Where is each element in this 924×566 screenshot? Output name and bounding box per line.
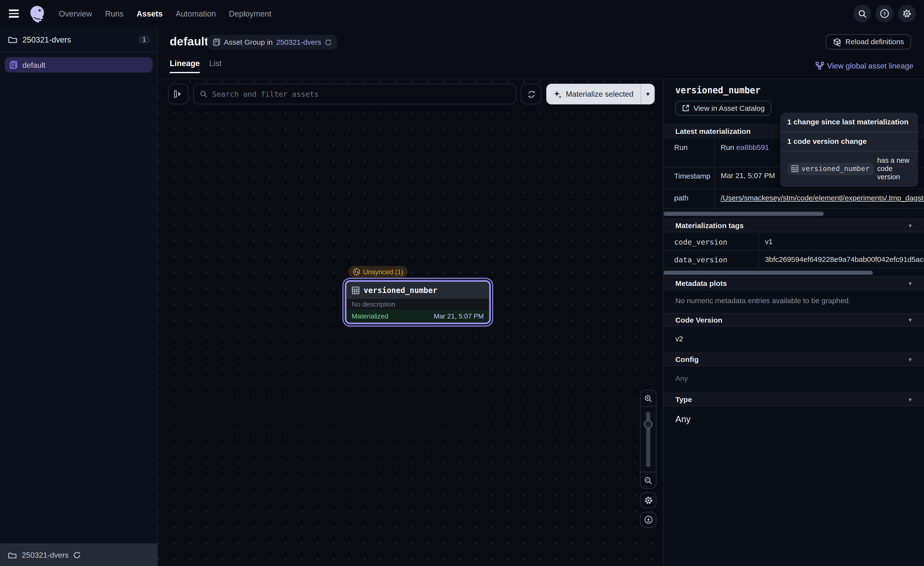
chevron-down-icon: ▼ <box>908 356 913 362</box>
section-config[interactable]: Config ▼ <box>663 353 924 366</box>
asset-node-description: No description <box>346 299 489 310</box>
section-materialization-tags[interactable]: Materialization tags ▼ <box>663 219 924 232</box>
sidebar-folder-count: 1 <box>138 35 150 44</box>
run-id-link[interactable]: ea8bb591 <box>736 143 769 152</box>
materialize-selected-main[interactable]: Materialize selected <box>546 84 640 104</box>
asset-group-icon <box>213 38 220 46</box>
row-timestamp-label: Timestamp <box>663 167 715 188</box>
nav-automation[interactable]: Automation <box>176 9 216 18</box>
sidebar-footer-label: 250321-dvers <box>22 551 69 560</box>
top-nav: Overview Runs Assets Automation Deployme… <box>0 0 924 27</box>
section-config-heading: Config <box>675 355 699 363</box>
timestamp-text: Mar 21, 5:07 PM <box>721 172 775 180</box>
nav-runs[interactable]: Runs <box>105 9 124 18</box>
settings-button[interactable] <box>898 5 916 23</box>
refresh-graph-button[interactable] <box>521 84 542 104</box>
zoom-slider[interactable] <box>640 406 656 472</box>
zoom-out-button[interactable] <box>640 472 656 488</box>
sidebar-folder-250321-dvers[interactable]: 250321-dvers 1 <box>0 27 158 53</box>
tab-lineage[interactable]: Lineage <box>170 59 200 73</box>
asset-group-badge-link[interactable]: 250321-dvers <box>276 38 321 47</box>
tag-key: data_version <box>663 251 759 268</box>
toggle-sidebar-panel-button[interactable] <box>168 84 189 104</box>
tab-list[interactable]: List <box>209 59 222 73</box>
nav-assets[interactable]: Assets <box>136 9 163 18</box>
horizontal-scrollbar[interactable] <box>663 212 824 216</box>
search-icon <box>858 9 867 18</box>
tooltip-detail: versioned_number has a new code version <box>780 152 918 187</box>
lineage-graph-canvas[interactable]: Materialize selected ▼ Unsynced (1) vers… <box>158 78 663 566</box>
sparkle-icon <box>554 90 562 98</box>
help-button[interactable]: ? <box>876 5 893 23</box>
chevron-down-icon: ▼ <box>908 280 913 286</box>
view-global-asset-lineage-label: View global asset lineage <box>827 61 914 70</box>
search-button[interactable] <box>854 5 871 23</box>
asset-group-badge: Asset Group in 250321-dvers <box>207 35 337 50</box>
section-code-version[interactable]: Code Version ▼ <box>663 313 924 327</box>
tooltip-title: 1 change since last materialization <box>780 113 918 132</box>
tooltip-subtitle: 1 code version change <box>780 132 918 152</box>
zoom-in-icon <box>644 394 652 402</box>
dagster-logo[interactable] <box>28 5 46 23</box>
svg-text:?: ? <box>883 11 886 17</box>
node-unsynced-badge[interactable]: Unsynced (1) <box>348 266 408 278</box>
view-global-asset-lineage-link[interactable]: View global asset lineage <box>815 61 914 70</box>
unsynced-icon <box>353 268 360 275</box>
row-path-value: /Users/smackesey/stm/code/elementl/exper… <box>715 189 924 208</box>
download-graph-button[interactable] <box>640 512 657 528</box>
sidebar-footer-repo[interactable]: 250321-dvers <box>0 543 158 566</box>
asset-groups-sidebar: 250321-dvers 1 default 250321-dvers <box>0 27 158 566</box>
reload-icon[interactable] <box>73 551 81 559</box>
row-path-label: path <box>663 189 715 208</box>
sidebar-item-label: default <box>22 60 45 69</box>
path-link[interactable]: /Users/smackesey/stm/code/elementl/exper… <box>721 194 924 202</box>
hamburger-menu-icon[interactable] <box>4 4 24 24</box>
section-type[interactable]: Type ▼ <box>663 393 924 406</box>
primary-nav: Overview Runs Assets Automation Deployme… <box>59 9 272 18</box>
materialize-selected-button[interactable]: Materialize selected ▼ <box>546 84 654 104</box>
folder-icon <box>8 552 16 559</box>
section-materialization-tags-heading: Materialization tags <box>675 221 744 230</box>
run-prefix: Run <box>721 143 734 152</box>
sync-icon <box>527 90 536 98</box>
view-in-asset-catalog-button[interactable]: View in Asset Catalog <box>675 101 771 116</box>
nav-deployment[interactable]: Deployment <box>229 9 272 18</box>
asset-node-footer: Materialized Mar 21, 5:07 PM <box>346 310 489 322</box>
horizontal-scrollbar[interactable] <box>663 271 873 275</box>
row-path: path /Users/smackesey/stm/code/elementl/… <box>663 189 924 209</box>
refresh-icon[interactable] <box>325 39 332 46</box>
asset-search-input[interactable] <box>212 90 510 98</box>
search-icon <box>200 90 208 98</box>
panel-asset-title: versioned_number <box>675 85 760 96</box>
asset-node-versioned_number[interactable]: versioned_number No description Material… <box>345 280 491 324</box>
external-link-icon <box>682 104 690 112</box>
top-nav-actions: ? <box>854 5 916 23</box>
folder-icon <box>8 36 17 44</box>
section-latest-materialization-heading: Latest materialization <box>675 127 751 135</box>
metadata-plots-empty-text: No numeric metadata entries available to… <box>675 297 850 305</box>
asset-group-badge-text: Asset Group in <box>224 38 273 47</box>
section-metadata-plots[interactable]: Metadata plots ▼ <box>663 277 924 290</box>
tag-value: v1 <box>759 233 924 250</box>
zoom-box <box>640 390 657 489</box>
view-in-asset-catalog-label: View in Asset Catalog <box>694 104 765 112</box>
graph-toolbar: Materialize selected ▼ <box>168 84 655 104</box>
materialize-dropdown-caret[interactable]: ▼ <box>640 84 654 104</box>
graph-settings-button[interactable] <box>640 492 657 509</box>
zoom-in-button[interactable] <box>640 390 656 406</box>
node-unsynced-label: Unsynced (1) <box>363 268 403 275</box>
page-title: default <box>170 35 208 48</box>
reload-definitions-label: Reload definitions <box>845 38 904 46</box>
nav-overview[interactable]: Overview <box>59 9 92 18</box>
sidebar-item-default[interactable]: default <box>4 57 153 72</box>
dagster-app: Overview Runs Assets Automation Deployme… <box>0 0 924 566</box>
section-metadata-plots-heading: Metadata plots <box>675 279 727 288</box>
zoom-slider-thumb[interactable] <box>644 420 652 429</box>
reload-definitions-button[interactable]: Reload definitions <box>825 34 911 50</box>
lineage-graph-icon <box>815 62 824 70</box>
tooltip-change-text: has a new code version <box>877 156 911 181</box>
zoom-out-icon <box>644 476 652 485</box>
asset-node-status: Materialized <box>352 312 388 319</box>
row-data-version-tag: data_version 3bfc269594ef649228e9a74bab0… <box>663 251 924 268</box>
asset-node-title: versioned_number <box>364 286 438 295</box>
